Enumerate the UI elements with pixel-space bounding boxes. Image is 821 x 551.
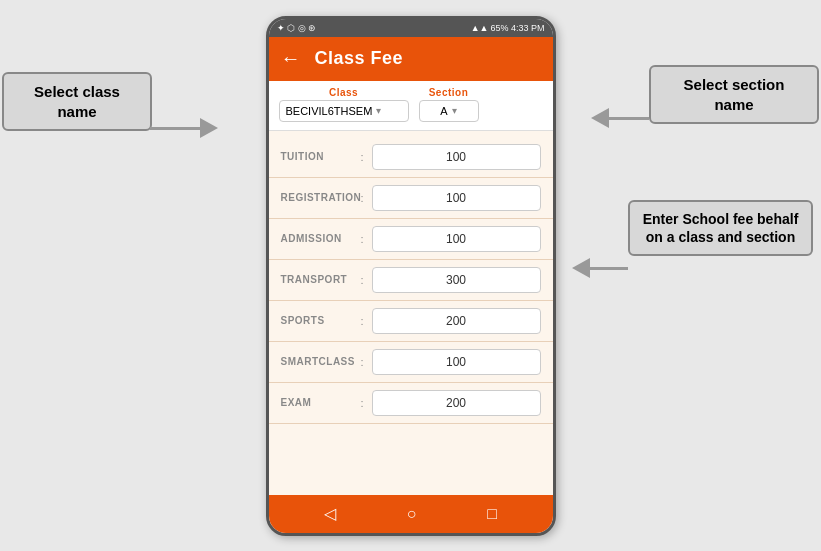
fee-input[interactable]	[372, 267, 541, 293]
fee-colon: :	[361, 151, 364, 163]
arrow-enter-fee	[572, 258, 628, 278]
arrow-tip	[200, 118, 218, 138]
arrow-tip-left	[591, 108, 609, 128]
app-header: ← Class Fee	[269, 37, 553, 81]
callout-enter-fee: Enter School fee behalf on a class and s…	[628, 200, 813, 256]
callout-class-name: Select class name	[2, 72, 152, 131]
fee-input[interactable]	[372, 144, 541, 170]
fee-input[interactable]	[372, 308, 541, 334]
fee-row: SPORTS:	[269, 301, 553, 342]
bottom-nav: ◁ ○ □	[269, 495, 553, 533]
class-dropdown[interactable]: BECIVIL6THSEM ▾	[279, 100, 409, 122]
fee-input[interactable]	[372, 185, 541, 211]
section-dropdown-arrow: ▾	[452, 105, 457, 116]
fee-row: SMARTCLASS:	[269, 342, 553, 383]
arrow-section-name	[591, 108, 649, 128]
section-selector-group: Section A ▾	[419, 87, 479, 122]
fee-label: SMARTCLASS	[281, 356, 361, 367]
phone-frame: ✦ ⬡ ◎ ⊛ ▲▲ 65% 4:33 PM ← Class Fee Class…	[266, 16, 556, 536]
selector-row: Class BECIVIL6THSEM ▾ Section A ▾	[269, 81, 553, 131]
callout-section-name: Select section name	[649, 65, 819, 124]
status-battery: 65% 4:33 PM	[490, 23, 544, 33]
arrow-shaft	[150, 127, 200, 130]
status-right: ▲▲ 65% 4:33 PM	[471, 23, 545, 33]
status-left-icons: ✦ ⬡ ◎ ⊛	[277, 23, 317, 33]
nav-home-button[interactable]: ○	[407, 505, 417, 523]
class-dropdown-arrow: ▾	[376, 105, 381, 116]
fee-colon: :	[361, 192, 364, 204]
nav-back-button[interactable]: ◁	[324, 504, 336, 523]
fee-label: EXAM	[281, 397, 361, 408]
class-value: BECIVIL6THSEM	[286, 105, 373, 117]
fee-row: TRANSPORT:	[269, 260, 553, 301]
arrow-shaft-right	[609, 117, 649, 120]
fee-colon: :	[361, 315, 364, 327]
class-label: Class	[329, 87, 358, 98]
fee-row: EXAM:	[269, 383, 553, 424]
section-label: Section	[429, 87, 469, 98]
arrow-shaft-enter	[590, 267, 628, 270]
fee-row: REGISTRATION:	[269, 178, 553, 219]
back-button[interactable]: ←	[281, 47, 301, 70]
arrow-tip-enter	[572, 258, 590, 278]
fee-row: TUITION:	[269, 137, 553, 178]
scene: Select class name Select section name En…	[0, 0, 821, 551]
status-bar: ✦ ⬡ ◎ ⊛ ▲▲ 65% 4:33 PM	[269, 19, 553, 37]
fee-label: TUITION	[281, 151, 361, 162]
fee-label: REGISTRATION	[281, 192, 361, 203]
section-value: A	[440, 105, 447, 117]
fee-colon: :	[361, 274, 364, 286]
class-selector-group: Class BECIVIL6THSEM ▾	[279, 87, 409, 122]
fee-label: ADMISSION	[281, 233, 361, 244]
arrow-class-name	[150, 118, 218, 138]
section-dropdown[interactable]: A ▾	[419, 100, 479, 122]
fee-colon: :	[361, 397, 364, 409]
fee-row: ADMISSION:	[269, 219, 553, 260]
page-title: Class Fee	[315, 48, 404, 69]
fee-label: SPORTS	[281, 315, 361, 326]
fee-label: TRANSPORT	[281, 274, 361, 285]
fee-input[interactable]	[372, 390, 541, 416]
fee-list: TUITION:REGISTRATION:ADMISSION:TRANSPORT…	[269, 131, 553, 495]
fee-colon: :	[361, 233, 364, 245]
fee-input[interactable]	[372, 349, 541, 375]
nav-recents-button[interactable]: □	[487, 505, 497, 523]
fee-input[interactable]	[372, 226, 541, 252]
status-signal: ▲▲	[471, 23, 489, 33]
fee-colon: :	[361, 356, 364, 368]
